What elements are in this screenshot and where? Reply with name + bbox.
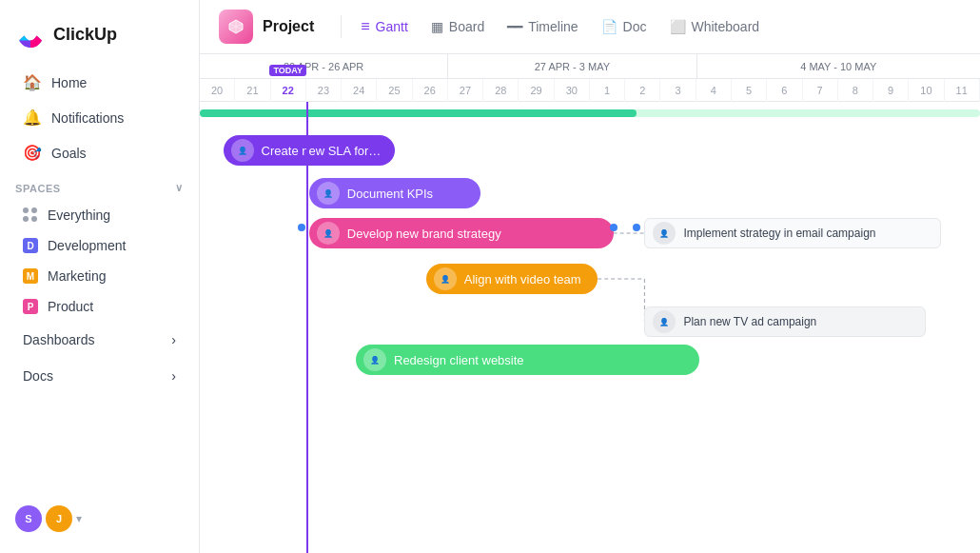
task1-label: Create new SLA for client (262, 144, 382, 158)
timeline-tab-label: Timeline (528, 19, 578, 34)
nav-goals-label: Goals (51, 146, 87, 161)
everything-label: Everything (48, 207, 110, 223)
date-cell-29: 29 (519, 79, 554, 102)
gantt-area: 20 APR - 26 APR 27 APR - 3 MAY 4 MAY - 1… (200, 54, 980, 553)
date-cell-20: 20 (200, 79, 235, 102)
spaces-section-header: Spaces ∨ (0, 170, 199, 200)
today-badge: TODAY (269, 65, 306, 76)
date-cell-11: 11 (945, 79, 980, 102)
task-document-kpis[interactable]: 👤 Document KPIs (309, 178, 480, 208)
date-cell-9: 9 (873, 79, 909, 102)
task7-label: Redesign client website (394, 353, 524, 367)
doc-tab-label: Doc (623, 19, 647, 34)
sidebar-item-development[interactable]: D Development (8, 231, 191, 260)
date-cell-26: 26 (413, 79, 448, 102)
task5-avatar: 👤 (434, 267, 457, 290)
date-cell-22: TODAY22 (271, 79, 306, 102)
task3-connector-handle[interactable] (633, 224, 640, 231)
logo-area: ClickUp (0, 11, 199, 65)
date-cell-3: 3 (660, 79, 696, 102)
task6-avatar: 👤 (653, 310, 676, 333)
nav-home-label: Home (51, 75, 87, 90)
project-icon (219, 10, 253, 44)
task7-avatar: 👤 (363, 348, 386, 371)
progress-bar-container (200, 109, 980, 117)
docs-section[interactable]: Docs › (8, 360, 191, 392)
task-align-video[interactable]: 👤 Align with video team (426, 264, 598, 294)
dashboards-section[interactable]: Dashboards › (8, 324, 191, 356)
spaces-collapse-icon[interactable]: ∨ (175, 182, 184, 194)
date-cell-28: 28 (483, 79, 519, 102)
task2-label: Document KPIs (347, 187, 433, 201)
sidebar-item-everything[interactable]: Everything (8, 201, 191, 229)
dashboards-expand-icon: › (171, 332, 176, 347)
logo-text: ClickUp (53, 25, 117, 45)
task3-left-handle[interactable] (298, 224, 305, 231)
project-title: Project (263, 18, 314, 35)
whiteboard-tab-label: Whiteboard (692, 19, 760, 34)
everything-grid-icon (23, 207, 38, 223)
tab-whiteboard[interactable]: ⬜ Whiteboard (658, 13, 772, 40)
clickup-logo-icon (15, 19, 46, 49)
date-cell-7: 7 (803, 79, 838, 102)
date-cell-5: 5 (732, 79, 767, 102)
task3-avatar: 👤 (317, 222, 340, 245)
bell-icon: 🔔 (23, 109, 42, 127)
task-create-sla[interactable]: 👤 Create new SLA for client (224, 135, 395, 166)
product-icon: P (23, 299, 38, 314)
date-range-1: 20 APR - 26 APR (200, 54, 448, 78)
nav-goals[interactable]: 🎯 Goals (8, 136, 191, 169)
sidebar-item-product[interactable]: P Product (8, 292, 191, 321)
top-bar: Project ≡ Gantt ▦ Board ━━ Timeline 📄 Do… (200, 0, 980, 54)
tab-board[interactable]: ▦ Board (420, 13, 496, 40)
more-users-icon: ▾ (76, 512, 82, 525)
development-label: Development (48, 238, 127, 253)
sidebar: ClickUp 🏠 Home 🔔 Notifications 🎯 Goals S… (0, 0, 200, 553)
task3-right-handle[interactable] (610, 224, 617, 231)
gantt-date-header: 20 APR - 26 APR 27 APR - 3 MAY 4 MAY - 1… (200, 54, 980, 102)
development-icon: D (23, 238, 38, 253)
avatar-user2[interactable]: J (46, 505, 72, 532)
nav-notifications-label: Notifications (51, 110, 124, 126)
marketing-icon: M (23, 268, 38, 284)
date-cell-24: 24 (342, 79, 377, 102)
tab-timeline[interactable]: ━━ Timeline (496, 13, 589, 40)
marketing-label: Marketing (48, 268, 106, 284)
tab-gantt[interactable]: ≡ Gantt (349, 12, 420, 41)
spaces-label: Spaces (15, 183, 61, 194)
date-cell-27: 27 (448, 79, 483, 102)
date-cell-21: 21 (235, 79, 270, 102)
whiteboard-tab-icon: ⬜ (670, 19, 686, 34)
task4-avatar: 👤 (653, 222, 676, 245)
divider (341, 15, 342, 38)
date-range-3: 4 MAY - 10 MAY (697, 54, 980, 78)
nav-home[interactable]: 🏠 Home (8, 66, 191, 99)
task1-avatar: 👤 (231, 139, 254, 162)
avatar-user1[interactable]: S (15, 505, 42, 532)
gantt-tab-icon: ≡ (361, 18, 369, 35)
nav-notifications[interactable]: 🔔 Notifications (8, 101, 191, 134)
sidebar-item-marketing[interactable]: M Marketing (8, 262, 191, 290)
docs-label: Docs (23, 368, 53, 384)
date-cell-10: 10 (909, 79, 944, 102)
task-tv-campaign[interactable]: 👤 Plan new TV ad campaign (644, 306, 925, 337)
dates-row: 2021TODAY2223242526272829301234567891011 (200, 79, 980, 102)
tab-doc[interactable]: 📄 Doc (590, 13, 658, 40)
date-cell-23: 23 (306, 79, 342, 102)
task-email-campaign[interactable]: 👤 Implement strategy in email campaign (644, 218, 941, 248)
docs-expand-icon: › (171, 368, 176, 384)
timeline-tab-icon: ━━ (507, 19, 522, 34)
task-redesign-website[interactable]: 👤 Redesign client website (356, 345, 699, 375)
progress-fill (200, 109, 637, 117)
gantt-tab-label: Gantt (376, 19, 408, 34)
task3-label: Develop new brand strategy (347, 227, 501, 241)
main-content: Project ≡ Gantt ▦ Board ━━ Timeline 📄 Do… (200, 0, 980, 553)
home-icon: 🏠 (23, 73, 42, 91)
task5-label: Align with video team (464, 272, 581, 286)
date-cell-1: 1 (590, 79, 625, 102)
task-brand-strategy[interactable]: 👤 Develop new brand strategy (309, 218, 614, 248)
date-cell-8: 8 (838, 79, 873, 102)
date-cell-4: 4 (696, 79, 732, 102)
doc-tab-icon: 📄 (601, 19, 617, 34)
gantt-body: 👤 Create new SLA for client 👤 Document K… (200, 102, 980, 553)
